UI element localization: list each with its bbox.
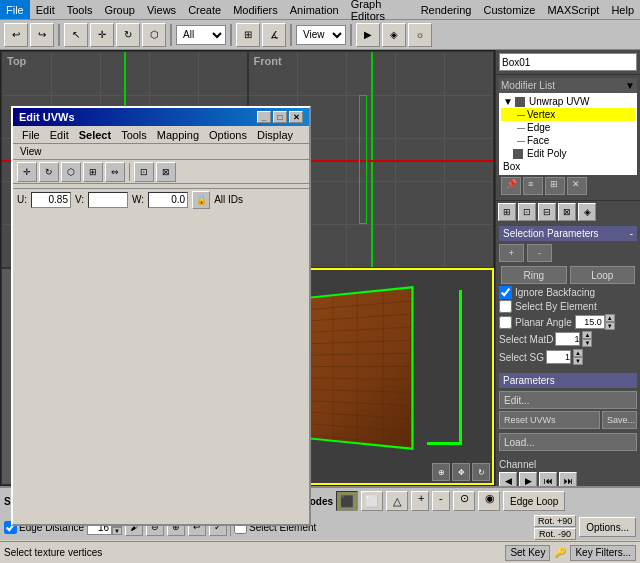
uvw-close-btn[interactable]: ✕ [289,111,303,123]
move-button[interactable]: ✛ [90,23,114,47]
sg-down[interactable]: ▼ [573,357,583,365]
icon-btn-2[interactable]: ⊡ [518,203,536,221]
rot-90-neg-btn[interactable]: Rot. -90 [534,528,576,540]
matd-down[interactable]: ▼ [582,339,592,347]
loop-btn[interactable]: Loop [570,266,636,284]
planar-down[interactable]: ▼ [605,322,615,330]
menu-file[interactable]: File [0,0,30,19]
menu-tools[interactable]: Tools [61,0,99,19]
uvw-u-input[interactable] [31,192,71,208]
pinch-btn[interactable]: ⊙ [453,491,475,511]
menu-create[interactable]: Create [182,0,227,19]
reset-uvws-btn[interactable]: Reset UVWs [499,411,600,429]
modifier-edge[interactable]: — Edge [501,121,635,134]
pin-btn[interactable]: 📌 [501,177,521,195]
menu-rendering[interactable]: Rendering [415,0,478,19]
sel-params-minus-btn[interactable]: - [527,244,552,262]
menu-graph-editors[interactable]: Graph Editors [345,0,415,19]
bubble-btn[interactable]: ◉ [478,491,500,511]
modifier-edit-poly[interactable]: Edit Poly [501,147,635,160]
uvw-minimize-btn[interactable]: _ [257,111,271,123]
edge-mode-btn[interactable]: ⬜ [361,491,383,511]
redo-button[interactable]: ↪ [30,23,54,47]
uvw-select-btn[interactable]: ⊡ [134,162,154,182]
select-sg-input[interactable] [546,350,571,364]
uvw-maximize-btn[interactable]: □ [273,111,287,123]
material-button[interactable]: ◈ [382,23,406,47]
zoom-icon[interactable]: ⊕ [432,463,450,481]
matd-up[interactable]: ▲ [582,331,592,339]
set-key-btn[interactable]: Set Key [505,545,550,561]
render-button[interactable]: ▶ [356,23,380,47]
uvw-menu-options[interactable]: Options [204,129,252,141]
uvw-menu-edit[interactable]: Edit [45,129,74,141]
uvw-rotate-btn[interactable]: ↻ [39,162,59,182]
uvw-submenu-view[interactable]: View [17,146,45,157]
face-mode-btn[interactable]: △ [386,491,408,511]
save-btn[interactable]: Save... [602,411,637,429]
uvw-menu-select[interactable]: Select [74,129,116,141]
sg-up[interactable]: ▲ [573,349,583,357]
uvw-snap-btn[interactable]: ⊠ [156,162,176,182]
menu-help[interactable]: Help [605,0,640,19]
orbit-icon[interactable]: ↻ [472,463,490,481]
angle-snap-button[interactable]: ∡ [262,23,286,47]
uvw-menu-file[interactable]: File [17,129,45,141]
rot-90-pos-btn[interactable]: Rot. +90 [534,515,576,527]
modifier-unwrap-uvw[interactable]: ▼ Unwrap UVW [501,95,635,108]
undo-button[interactable]: ↩ [4,23,28,47]
edge-dist-down[interactable]: ▼ [112,527,122,535]
modifier-dropdown-arrow[interactable]: ▼ [625,80,635,91]
uvw-move-btn[interactable]: ✛ [17,162,37,182]
add-btn[interactable]: + [411,491,429,511]
uvw-menu-tools[interactable]: Tools [116,129,152,141]
options-btn[interactable]: Options... [579,517,636,537]
load-btn[interactable]: Load... [499,433,637,451]
select-button[interactable]: ↖ [64,23,88,47]
uvw-v-input[interactable] [88,192,128,208]
uvw-lock-icon[interactable]: 🔒 [192,191,210,209]
rotate-button[interactable]: ↻ [116,23,140,47]
edit-btn[interactable]: Edit... [499,391,637,409]
show-all-subtrees-btn[interactable]: ≡ [523,177,543,195]
vertex-mode-btn[interactable]: ⬛ [336,491,358,511]
channel-prev-btn[interactable]: ◀ [499,472,517,486]
modifier-face[interactable]: — Face [501,134,635,147]
uvw-menu-mapping[interactable]: Mapping [152,129,204,141]
icon-btn-1[interactable]: ⊞ [498,203,516,221]
planar-up[interactable]: ▲ [605,314,615,322]
ignore-backfacing-check[interactable] [499,286,512,299]
key-filters-btn[interactable]: Key Filters... [570,545,636,561]
modifier-delete-btn[interactable]: ✕ [567,177,587,195]
planar-angle-check[interactable] [499,316,512,329]
menu-edit[interactable]: Edit [30,0,61,19]
select-by-element-check[interactable] [499,300,512,313]
menu-group[interactable]: Group [98,0,141,19]
configure-mod-sets-btn[interactable]: ⊞ [545,177,565,195]
view-dropdown[interactable]: View [296,25,346,45]
icon-btn-5[interactable]: ◈ [578,203,596,221]
sel-params-plus-btn[interactable]: + [499,244,524,262]
uvw-w-input[interactable] [148,192,188,208]
select-matd-input[interactable] [555,332,580,346]
edge-loop-btn[interactable]: Edge Loop [503,491,565,511]
icon-btn-3[interactable]: ⊟ [538,203,556,221]
menu-modifiers[interactable]: Modifiers [227,0,284,19]
sub-btn[interactable]: - [432,491,450,511]
channel-next-btn[interactable]: ▶ [519,472,537,486]
uvw-mirror-btn[interactable]: ⇔ [105,162,125,182]
uvw-freeform-btn[interactable]: ⊞ [83,162,103,182]
filter-dropdown[interactable]: All [176,25,226,45]
modifier-box[interactable]: Box [501,160,635,173]
sel-params-collapse[interactable]: - [630,228,633,239]
ring-btn[interactable]: Ring [501,266,567,284]
scale-button[interactable]: ⬡ [142,23,166,47]
channel-last-btn[interactable]: ⏭ [559,472,577,486]
menu-animation[interactable]: Animation [284,0,345,19]
menu-customize[interactable]: Customize [477,0,541,19]
uvw-menu-display[interactable]: Display [252,129,298,141]
menu-maxscript[interactable]: MAXScript [541,0,605,19]
menu-views[interactable]: Views [141,0,182,19]
object-name-input[interactable] [499,53,637,71]
uvw-scale-btn[interactable]: ⬡ [61,162,81,182]
